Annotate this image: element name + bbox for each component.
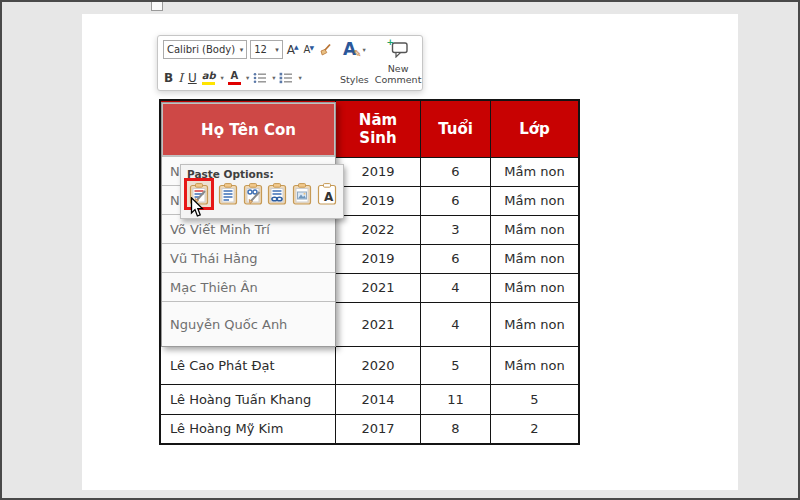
clipboard-destination-styles-icon	[218, 183, 238, 205]
font-color-swatch	[228, 82, 241, 86]
paste-preview-column: Họ Tên Con Ng Ng Võ Viết Minh Trí Vũ Thá…	[161, 102, 336, 347]
format-painter-button[interactable]	[318, 43, 333, 56]
styles-button[interactable]: A ✎ ▾ Styles	[340, 39, 369, 87]
grow-font-arrow-icon: ▲	[294, 44, 299, 50]
plus-icon: +	[387, 37, 395, 47]
paste-option-keep-text-only[interactable]: A	[316, 182, 338, 207]
font-controls-group: Calibri (Body) ▾ 12 ▾ A ▲ A ▼	[162, 39, 334, 87]
table-row: Lê Hoàng Mỹ Kim 2017 8 2	[161, 414, 578, 443]
highlight-color-swatch	[202, 82, 215, 86]
bullet-list-icon	[253, 72, 267, 84]
bold-button[interactable]: B	[163, 72, 174, 84]
chevron-down-icon: ▾	[363, 46, 366, 54]
word-document-view: Calibri (Body) ▾ 12 ▾ A ▲ A ▼	[0, 0, 800, 500]
format-painter-brush-icon	[319, 43, 332, 56]
clipboard-picture-icon	[292, 183, 312, 205]
styles-label: Styles	[340, 75, 369, 86]
chevron-down-icon[interactable]: ▾	[221, 74, 224, 82]
clipboard-text-only-icon: A	[317, 183, 337, 205]
preview-header-ho-ten-con: Họ Tên Con	[162, 103, 335, 156]
preview-row-name: Vũ Thái Hằng	[162, 243, 335, 272]
preview-row-name: Mạc Thiên Ân	[162, 272, 335, 301]
pen-icon: ✎	[353, 48, 361, 59]
shrink-font-arrow-icon: ▼	[309, 45, 314, 51]
paste-option-merge-formatting[interactable]	[242, 182, 264, 207]
table-row: Lê Cao Phát Đạt 2020 5 Mầm non	[161, 346, 578, 384]
table-row: Lê Hoàng Tuấn Khang 2014 11 5	[161, 384, 578, 414]
numbered-list-icon	[279, 72, 293, 84]
font-name-dropdown[interactable]: Calibri (Body) ▾	[163, 40, 247, 59]
chevron-down-icon[interactable]: ▾	[272, 74, 275, 82]
header-nam-sinh[interactable]: Năm Sinh	[335, 101, 420, 157]
grow-font-button[interactable]: A ▲	[286, 44, 300, 56]
numbering-button[interactable]	[278, 72, 294, 84]
page-top-marker	[151, 2, 163, 11]
font-size-value: 12	[254, 44, 267, 55]
header-tuoi[interactable]: Tuổi	[420, 101, 490, 157]
new-comment-label: New Comment	[375, 64, 422, 86]
bullets-button[interactable]	[252, 72, 268, 84]
chevron-down-icon: ▾	[275, 46, 279, 54]
paste-option-link-keep-source-formatting[interactable]	[266, 182, 288, 207]
text-highlight-button[interactable]: ab	[201, 71, 217, 86]
chevron-down-icon[interactable]: ▾	[298, 74, 301, 82]
chevron-down-icon[interactable]: ▾	[246, 74, 249, 82]
svg-text:A: A	[324, 190, 334, 204]
font-size-dropdown[interactable]: 12 ▾	[250, 40, 283, 59]
font-color-button[interactable]: A	[227, 71, 242, 86]
shrink-font-button[interactable]: A ▼	[303, 45, 315, 55]
preview-row-name: Nguyễn Quốc Anh	[162, 301, 335, 346]
clipboard-merge-formatting-icon	[243, 183, 263, 205]
mouse-cursor	[190, 197, 205, 222]
paste-option-use-destination-styles[interactable]	[217, 182, 239, 207]
mini-format-toolbar: Calibri (Body) ▾ 12 ▾ A ▲ A ▼	[157, 35, 423, 91]
new-comment-button[interactable]: + New Comment	[375, 39, 422, 87]
clipboard-link-icon	[267, 183, 287, 205]
header-lop[interactable]: Lớp	[490, 101, 578, 157]
font-name-value: Calibri (Body)	[167, 44, 235, 55]
paste-option-picture[interactable]	[291, 182, 313, 207]
italic-button[interactable]: I	[177, 72, 184, 84]
underline-button[interactable]: U	[187, 72, 198, 84]
chevron-down-icon: ▾	[240, 46, 244, 54]
